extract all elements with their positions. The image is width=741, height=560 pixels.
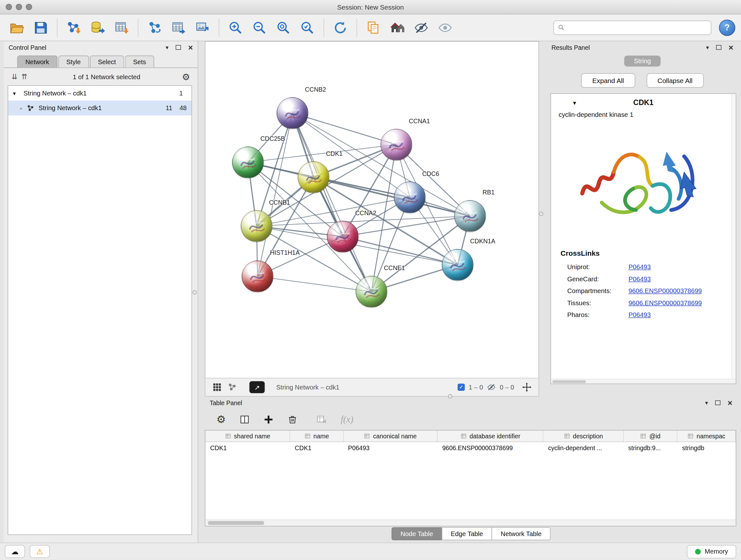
splitter-handle[interactable] [448, 394, 452, 399]
results-horizontal-scrollbar[interactable] [551, 379, 736, 384]
export-image-button[interactable] [192, 17, 213, 39]
tab-edge-table[interactable]: Edge Table [442, 527, 492, 540]
delete-table-icon[interactable] [316, 414, 327, 425]
zoom-fit-button[interactable] [273, 17, 294, 39]
network-node-ccnb2[interactable] [277, 98, 308, 129]
collapse-section-icon[interactable]: ▾ [573, 99, 576, 106]
results-vertical-scrollbar[interactable] [731, 94, 736, 379]
show-columns-icon[interactable] [239, 415, 250, 425]
open-in-new-window-button[interactable]: ↗ [250, 381, 265, 393]
panel-menu-icon[interactable]: ▾ [706, 44, 709, 51]
string-home-button[interactable] [387, 17, 408, 39]
network-node-ccne1[interactable] [356, 276, 387, 307]
open-session-button[interactable] [6, 17, 28, 39]
network-row[interactable]: ● String Network – cdk1 11 48 [8, 101, 192, 116]
network-node-hist1h1a[interactable] [242, 260, 273, 292]
scrollbar-thumb[interactable] [552, 380, 586, 383]
table-cell[interactable]: stringdb:9... [623, 442, 677, 454]
protein-header-row[interactable]: ▾ CDK1 [551, 94, 736, 111]
tree-expand-icon[interactable]: ▾ [13, 90, 23, 97]
hide-glass-button[interactable] [410, 17, 432, 39]
tab-sets[interactable]: Sets [125, 56, 154, 68]
panel-close-icon[interactable]: × [188, 44, 193, 52]
network-node-rb1[interactable] [455, 200, 486, 232]
panel-float-icon[interactable] [176, 45, 181, 50]
table-cell[interactable]: stringdb [677, 442, 735, 454]
cloud-status-button[interactable]: ☁ [5, 545, 25, 558]
table-cell[interactable]: CDK1 [290, 442, 343, 454]
scrollbar-thumb[interactable] [208, 521, 264, 525]
zoom-out-button[interactable] [249, 17, 271, 39]
crosslink-link[interactable]: P06493 [629, 311, 651, 319]
crosslink-link[interactable]: P06493 [629, 263, 651, 271]
tab-select[interactable]: Select [90, 56, 124, 68]
help-button[interactable]: ? [719, 19, 735, 36]
new-network-button[interactable] [144, 17, 165, 39]
table-options-gear-icon[interactable]: ⚙ [216, 414, 226, 426]
delete-column-trash-icon[interactable] [287, 415, 298, 425]
function-builder-icon[interactable]: f(x) [341, 415, 354, 425]
window-zoom-button[interactable] [26, 4, 32, 10]
tab-string[interactable]: String [624, 56, 661, 67]
column-header[interactable]: database identifier [437, 431, 543, 442]
network-overview-button[interactable] [228, 383, 237, 392]
collapse-all-button[interactable]: Collapse All [647, 73, 704, 88]
column-header[interactable]: canonical name [343, 431, 437, 442]
network-node-cdc25b[interactable] [232, 146, 264, 178]
network-edge[interactable] [293, 113, 397, 145]
crosslink-link[interactable]: 9606.ENSP00000378699 [629, 300, 702, 307]
window-minimize-button[interactable] [16, 4, 22, 10]
show-glass-button[interactable] [434, 17, 456, 39]
splitter-handle[interactable] [539, 212, 543, 216]
column-header[interactable]: namespac [677, 431, 735, 442]
pan-move-icon[interactable] [522, 382, 532, 392]
add-column-icon[interactable] [263, 415, 274, 425]
zoom-selected-button[interactable] [296, 17, 319, 39]
crosslink-link[interactable]: P06493 [629, 275, 651, 283]
warnings-button[interactable]: ⚠ [30, 545, 50, 558]
zoom-in-button[interactable] [225, 17, 247, 39]
network-canvas[interactable]: CCNB2 CCNA1 CDC25B CDK1 CDC6 [205, 42, 539, 378]
save-session-button[interactable] [30, 17, 52, 39]
network-node-cdc6[interactable] [394, 182, 426, 213]
panel-close-icon[interactable]: × [728, 399, 732, 407]
window-close-button[interactable] [6, 4, 12, 10]
table-cell[interactable]: P06493 [343, 442, 437, 454]
table-horizontal-scrollbar[interactable] [205, 520, 736, 526]
network-node-ccna1[interactable] [381, 129, 412, 161]
apply-layout-button[interactable] [329, 17, 351, 39]
column-header[interactable]: @id [623, 431, 677, 442]
network-edge[interactable] [293, 113, 372, 292]
network-options-gear-icon[interactable]: ⚙ [182, 71, 190, 82]
tab-style[interactable]: Style [58, 56, 89, 68]
tab-node-table[interactable]: Node Table [391, 527, 442, 540]
panel-float-icon[interactable] [715, 400, 721, 405]
tab-network-table[interactable]: Network Table [492, 527, 551, 540]
network-node-ccnb1[interactable] [241, 210, 273, 242]
panel-float-icon[interactable] [716, 45, 722, 50]
crosslink-link[interactable]: 9606.ENSP00000378699 [629, 287, 702, 295]
table-cell[interactable]: cyclin-dependent ... [543, 442, 623, 454]
network-node-cdk1[interactable] [298, 162, 329, 193]
column-header[interactable]: name [290, 431, 343, 442]
search-input[interactable] [568, 24, 707, 31]
export-network-button[interactable] [167, 17, 190, 39]
expand-all-icon[interactable]: ⇈ [21, 72, 27, 81]
copy-style-button[interactable] [362, 17, 385, 39]
panel-menu-icon[interactable]: ▾ [705, 399, 708, 406]
splitter-handle[interactable] [192, 290, 197, 295]
memory-button[interactable]: Memory [687, 545, 736, 558]
network-collection-row[interactable]: ▾ String Network – cdk1 1 [8, 86, 192, 101]
panel-close-icon[interactable]: × [729, 44, 733, 52]
network-edge[interactable] [258, 276, 372, 292]
table-row[interactable]: CDK1 CDK1 P06493 9606.ENSP00000378699 cy… [205, 442, 736, 454]
network-edge[interactable] [314, 177, 470, 216]
import-network-database-button[interactable] [87, 17, 109, 39]
panel-menu-icon[interactable]: ▾ [165, 44, 169, 51]
network-node-ccna2[interactable] [327, 221, 359, 253]
column-header[interactable]: shared name [205, 431, 290, 442]
column-header[interactable]: description [543, 431, 623, 442]
table-cell[interactable]: CDK1 [205, 442, 290, 454]
table-cell[interactable]: 9606.ENSP00000378699 [437, 442, 543, 454]
import-network-file-button[interactable] [63, 17, 85, 39]
